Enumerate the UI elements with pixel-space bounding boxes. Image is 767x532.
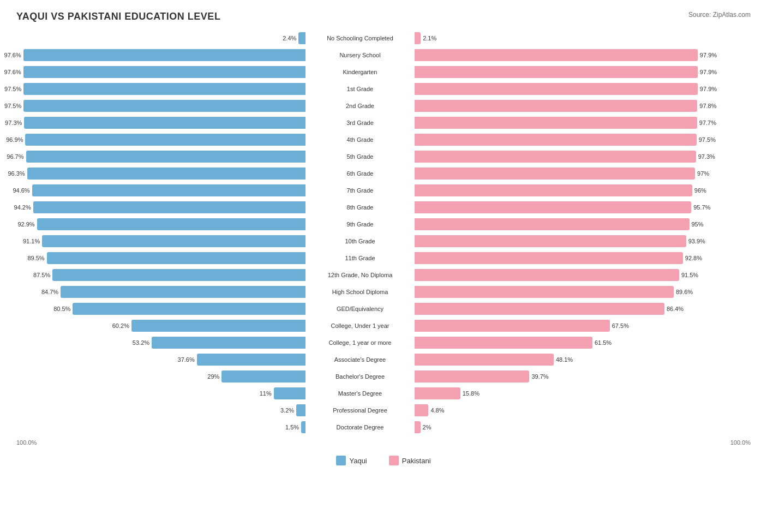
yaqui-value: 53.2% bbox=[133, 339, 149, 346]
yaqui-value: 97.5% bbox=[4, 86, 21, 92]
right-section: 48.1% bbox=[415, 352, 704, 367]
right-section: 92.8% bbox=[415, 250, 704, 266]
yaqui-bar bbox=[52, 269, 305, 281]
yaqui-value: 89.5% bbox=[27, 255, 44, 261]
pakistani-value: 91.5% bbox=[681, 272, 698, 278]
bar-row: 80.5%GED/Equivalency86.4% bbox=[16, 301, 751, 316]
pakistani-bar bbox=[415, 252, 683, 264]
education-label: GED/Equivalency bbox=[305, 304, 415, 313]
pakistani-bar bbox=[415, 66, 698, 78]
pakistani-value: 93.9% bbox=[688, 238, 705, 244]
yaqui-value: 97.6% bbox=[4, 52, 21, 58]
pakistani-value: 95% bbox=[692, 221, 704, 228]
yaqui-value: 2.4% bbox=[283, 35, 296, 41]
yaqui-value: 80.5% bbox=[53, 306, 70, 312]
education-label: 3rd Grade bbox=[305, 118, 415, 127]
education-label: Master's Degree bbox=[305, 389, 415, 398]
left-section: 92.9% bbox=[16, 217, 305, 232]
left-section: 29% bbox=[16, 369, 305, 384]
pakistani-bar bbox=[415, 134, 697, 146]
pakistani-value: 86.4% bbox=[667, 306, 684, 312]
yaqui-bar bbox=[25, 134, 305, 146]
right-section: 97% bbox=[415, 166, 704, 181]
education-label: 9th Grade bbox=[305, 220, 415, 229]
pakistani-value: 97.8% bbox=[699, 103, 716, 109]
pakistani-value: 97.9% bbox=[700, 86, 717, 92]
left-section: 96.9% bbox=[16, 132, 305, 147]
left-section: 87.5% bbox=[16, 267, 305, 283]
pakistani-value: 2% bbox=[423, 424, 432, 431]
yaqui-bar bbox=[131, 320, 305, 332]
legend-pakistani: Pakistani bbox=[389, 456, 431, 465]
left-section: 53.2% bbox=[16, 335, 305, 350]
axis-labels: 100.0% 100.0% bbox=[16, 439, 751, 447]
education-label: Nursery School bbox=[305, 51, 415, 59]
right-section: 67.5% bbox=[415, 318, 704, 333]
yaqui-bar bbox=[298, 32, 305, 44]
yaqui-bar bbox=[152, 337, 305, 349]
left-section: 89.5% bbox=[16, 250, 305, 266]
bar-row: 87.5%12th Grade, No Diploma91.5% bbox=[16, 267, 751, 283]
pakistani-bar bbox=[415, 354, 554, 366]
yaqui-bar bbox=[274, 387, 305, 399]
education-label: 12th Grade, No Diploma bbox=[305, 271, 415, 279]
bar-row: 3.2%Professional Degree4.8% bbox=[16, 403, 751, 418]
right-section: 97.7% bbox=[415, 115, 704, 130]
left-section: 94.6% bbox=[16, 183, 305, 198]
left-section: 11% bbox=[16, 386, 305, 401]
pakistani-bar bbox=[415, 83, 698, 95]
yaqui-value: 1.5% bbox=[285, 424, 299, 431]
bar-row: 96.3%6th Grade97% bbox=[16, 166, 751, 181]
yaqui-bar bbox=[32, 184, 305, 196]
right-section: 2.1% bbox=[415, 31, 704, 46]
bar-row: 29%Bachelor's Degree39.7% bbox=[16, 369, 751, 384]
pakistani-value: 15.8% bbox=[463, 390, 480, 397]
pakistani-value: 4.8% bbox=[430, 407, 444, 414]
pakistani-bar bbox=[415, 49, 698, 61]
left-section: 91.1% bbox=[16, 234, 305, 249]
yaqui-bar bbox=[26, 151, 306, 163]
right-section: 97.9% bbox=[415, 47, 704, 63]
yaqui-bar bbox=[47, 252, 305, 264]
pakistani-value: 48.1% bbox=[556, 356, 573, 363]
bar-row: 94.2%8th Grade95.7% bbox=[16, 200, 751, 215]
pakistani-bar bbox=[415, 387, 460, 399]
education-label: 2nd Grade bbox=[305, 101, 415, 110]
yaqui-bar bbox=[197, 354, 305, 366]
education-label: 4th Grade bbox=[305, 135, 415, 144]
pakistani-label: Pakistani bbox=[402, 457, 431, 465]
source-label: Source: ZipAtlas.com bbox=[688, 11, 751, 19]
pakistani-bar bbox=[415, 117, 697, 129]
yaqui-value: 29% bbox=[207, 373, 219, 380]
bar-row: 94.6%7th Grade96% bbox=[16, 183, 751, 198]
bar-row: 97.6%Nursery School97.9% bbox=[16, 47, 751, 63]
pakistani-value: 96% bbox=[694, 187, 706, 194]
yaqui-value: 91.1% bbox=[23, 238, 40, 244]
pakistani-value: 97.3% bbox=[698, 153, 715, 160]
bar-row: 11%Master's Degree15.8% bbox=[16, 386, 751, 401]
pakistani-value: 61.5% bbox=[595, 339, 612, 346]
left-section: 84.7% bbox=[16, 284, 305, 300]
legend-yaqui: Yaqui bbox=[336, 456, 367, 465]
pakistani-value: 2.1% bbox=[423, 35, 436, 41]
pakistani-bar bbox=[415, 32, 421, 44]
yaqui-value: 97.5% bbox=[4, 103, 21, 109]
pakistani-value: 97.7% bbox=[699, 119, 716, 126]
left-section: 3.2% bbox=[16, 403, 305, 418]
right-section: 97.9% bbox=[415, 64, 704, 80]
yaqui-bar bbox=[23, 49, 305, 61]
yaqui-bar bbox=[296, 404, 305, 416]
left-section: 94.2% bbox=[16, 200, 305, 215]
bar-row: 91.1%10th Grade93.9% bbox=[16, 234, 751, 249]
yaqui-value: 96.3% bbox=[8, 170, 25, 177]
yaqui-label: Yaqui bbox=[349, 457, 367, 465]
bar-row: 96.9%4th Grade97.5% bbox=[16, 132, 751, 147]
bar-row: 2.4%No Schooling Completed2.1% bbox=[16, 31, 751, 46]
right-section: 96% bbox=[415, 183, 704, 198]
left-section: 80.5% bbox=[16, 301, 305, 316]
pakistani-bar bbox=[415, 320, 610, 332]
pakistani-value: 97.9% bbox=[700, 52, 717, 58]
education-label: 11th Grade bbox=[305, 254, 415, 262]
education-label: High School Diploma bbox=[305, 288, 415, 296]
right-section: 91.5% bbox=[415, 267, 704, 283]
